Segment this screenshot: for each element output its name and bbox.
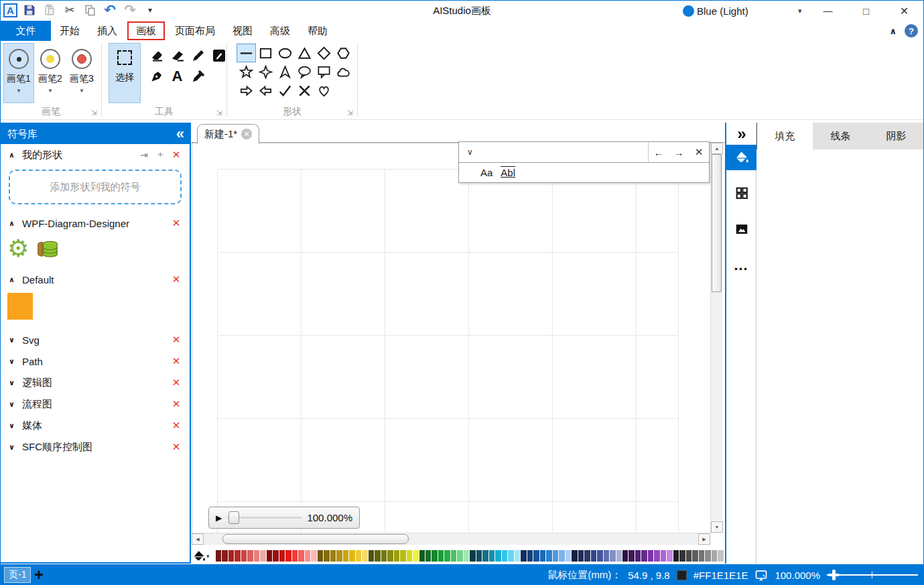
close-red-icon[interactable]: ✕ — [171, 334, 182, 346]
sidebar-section-0[interactable]: ∧我的形状⇥＋✕ — [1, 144, 190, 166]
color-swatch[interactable] — [381, 550, 387, 562]
color-swatch[interactable] — [343, 550, 348, 562]
scroll-left-icon[interactable]: ◀ — [192, 533, 204, 545]
collapse-double-left-icon[interactable]: « — [176, 125, 183, 143]
shape-callout-ellipse-icon[interactable] — [295, 62, 314, 81]
menu-tab-2[interactable]: 画板 — [127, 21, 165, 40]
theme-selector[interactable]: Blue (Light) — [683, 1, 748, 21]
color-swatch[interactable] — [489, 550, 494, 562]
color-swatch[interactable] — [464, 550, 469, 562]
brush-button-3[interactable]: 画笔3▼ — [66, 43, 97, 103]
shape-cross-icon[interactable] — [295, 81, 314, 100]
shape-callout-rect-icon[interactable] — [314, 62, 334, 81]
sidebar-section-2[interactable]: ∧Default✕ — [1, 269, 190, 290]
close-red-icon[interactable]: ✕ — [171, 377, 182, 389]
find-input[interactable] — [481, 142, 648, 162]
color-swatch[interactable] — [311, 550, 316, 562]
color-swatch[interactable] — [641, 550, 647, 562]
color-swatch[interactable] — [305, 550, 310, 562]
color-swatch[interactable] — [673, 550, 679, 562]
select-tool-button[interactable]: 选择 — [109, 43, 141, 103]
menu-tab-1[interactable]: 插入 — [88, 21, 126, 41]
color-swatch[interactable] — [432, 550, 437, 562]
eyedropper-icon[interactable] — [189, 67, 207, 85]
color-swatch[interactable] — [407, 550, 412, 562]
color-swatch[interactable] — [241, 550, 247, 562]
add-icon[interactable]: ＋ — [155, 149, 166, 161]
color-swatch[interactable] — [228, 550, 234, 562]
color-swatch[interactable] — [336, 550, 342, 562]
color-swatch[interactable] — [285, 550, 291, 562]
more-dots-icon[interactable]: … — [726, 252, 756, 279]
color-swatch[interactable] — [419, 550, 425, 562]
copy-icon[interactable] — [82, 2, 98, 18]
color-swatch[interactable] — [559, 550, 564, 562]
sidebar-section-7[interactable]: ∨媒体✕ — [1, 415, 190, 436]
shape-arrow-right-icon[interactable] — [237, 81, 256, 100]
color-swatch[interactable] — [457, 550, 462, 562]
chevron-up-icon[interactable]: ∧ — [9, 151, 17, 159]
color-swatch[interactable] — [292, 550, 298, 562]
panel-tab-0[interactable]: 填充 — [757, 123, 813, 149]
shape-check-icon[interactable] — [275, 81, 295, 100]
scroll-down-icon[interactable]: ▼ — [711, 521, 723, 533]
add-page-icon[interactable]: + — [34, 564, 44, 585]
color-swatch[interactable] — [508, 550, 513, 562]
zoom-slider[interactable] — [227, 517, 302, 519]
eraser-wedge-icon[interactable] — [168, 46, 186, 64]
color-swatch[interactable] — [533, 550, 539, 562]
status-zoom-thumb[interactable] — [832, 570, 836, 580]
menu-tab-6[interactable]: 帮助 — [299, 21, 336, 41]
fill-bucket-icon[interactable] — [726, 145, 756, 170]
find-next-icon[interactable]: → — [669, 142, 689, 162]
chevron-down-icon[interactable]: ∨ — [9, 400, 17, 409]
close-red-icon[interactable]: ✕ — [171, 217, 182, 229]
color-swatch[interactable] — [546, 550, 551, 562]
save-icon[interactable] — [21, 2, 38, 18]
color-swatch[interactable] — [521, 550, 526, 562]
shape-arrow-left-icon[interactable] — [256, 81, 275, 100]
menu-tab-5[interactable]: 高级 — [261, 21, 299, 41]
color-swatch[interactable] — [362, 550, 367, 562]
sidebar-section-6[interactable]: ∨流程图✕ — [1, 393, 190, 415]
dialog-launcher-icon[interactable]: ⇲ — [216, 109, 222, 117]
help-icon[interactable]: ? — [905, 24, 918, 38]
color-swatch[interactable] — [566, 550, 571, 562]
color-swatch[interactable] — [356, 550, 361, 562]
menu-tab-3[interactable]: 页面布局 — [166, 21, 224, 41]
color-swatch[interactable] — [438, 550, 444, 562]
color-swatch[interactable] — [222, 550, 227, 562]
find-previous-icon[interactable]: ← — [649, 142, 669, 162]
sidebar-section-3[interactable]: ∨Svg✕ — [1, 329, 190, 350]
color-swatch[interactable] — [444, 550, 450, 562]
shape-rectangle-icon[interactable] — [256, 44, 275, 62]
image-icon[interactable] — [726, 216, 756, 243]
color-swatch[interactable] — [718, 550, 723, 562]
color-swatch[interactable] — [394, 550, 399, 562]
redo-icon[interactable]: ↷ — [122, 2, 138, 18]
paste-icon[interactable] — [42, 2, 58, 18]
scroll-right-icon[interactable]: ▶ — [698, 533, 710, 545]
menu-tab-4[interactable]: 视图 — [224, 21, 261, 41]
page-grid[interactable] — [217, 169, 679, 533]
dialog-launcher-icon[interactable]: ⇲ — [347, 109, 353, 117]
color-swatch[interactable] — [686, 550, 691, 562]
color-swatch[interactable] — [247, 550, 253, 562]
tab-close-icon[interactable]: ✕ — [241, 129, 252, 139]
shape-star-4-icon[interactable] — [256, 62, 275, 81]
color-swatch[interactable] — [413, 550, 418, 562]
color-swatch[interactable] — [597, 550, 602, 562]
page-tab[interactable]: 页-1 — [4, 567, 31, 583]
text-icon[interactable]: A — [168, 67, 186, 85]
cut-icon[interactable]: ✂ — [62, 2, 78, 18]
color-swatch[interactable] — [330, 550, 336, 562]
marker-icon[interactable] — [210, 46, 228, 64]
chevron-down-icon[interactable]: ∨ — [9, 336, 17, 344]
app-logo[interactable]: A — [3, 3, 17, 17]
vertical-scrollbar[interactable]: ▲ ▼ — [710, 143, 722, 533]
color-swatch[interactable] — [527, 550, 533, 562]
match-case-toggle[interactable]: Aa — [480, 167, 492, 178]
color-swatch[interactable] — [495, 550, 501, 562]
chevron-down-icon[interactable]: ∨ — [9, 443, 17, 452]
color-swatch[interactable] — [648, 550, 653, 562]
